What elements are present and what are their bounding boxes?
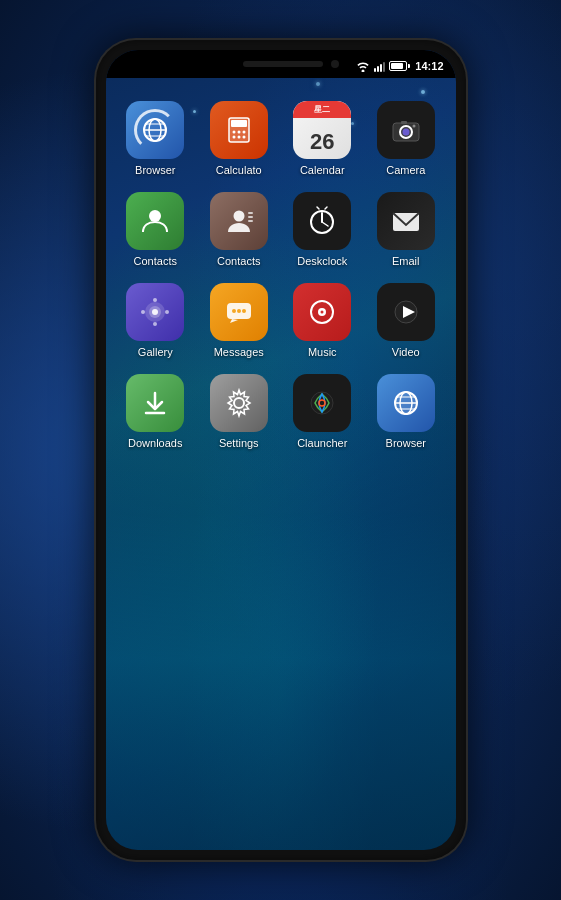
svg-point-8 bbox=[237, 131, 240, 134]
calendar-icon: 星二 26 bbox=[293, 101, 351, 159]
wifi-icon bbox=[356, 61, 370, 72]
email-icon bbox=[377, 192, 435, 250]
calendar-date: 26 bbox=[310, 129, 334, 155]
app-music[interactable]: Music bbox=[283, 279, 363, 362]
svg-point-19 bbox=[233, 211, 244, 222]
app-contacts2[interactable]: Contacts bbox=[199, 188, 279, 271]
svg-point-39 bbox=[242, 309, 246, 313]
status-icons: 14:12 bbox=[356, 60, 443, 72]
app-browser2[interactable]: Browser bbox=[366, 370, 446, 453]
svg-point-37 bbox=[232, 309, 236, 313]
svg-point-1 bbox=[149, 119, 161, 141]
app-grid: Browser Calculato bbox=[106, 82, 456, 468]
messages-label: Messages bbox=[214, 346, 264, 358]
browser1-icon bbox=[126, 101, 184, 159]
downloads-icon bbox=[126, 374, 184, 432]
svg-line-27 bbox=[325, 207, 327, 209]
svg-point-18 bbox=[149, 210, 161, 222]
video-icon bbox=[377, 283, 435, 341]
svg-rect-20 bbox=[248, 212, 253, 214]
svg-point-17 bbox=[412, 125, 415, 128]
app-gallery[interactable]: Gallery bbox=[116, 279, 196, 362]
camera-label: Camera bbox=[386, 164, 425, 176]
clauncher-label: Clauncher bbox=[297, 437, 347, 449]
svg-point-33 bbox=[165, 310, 169, 314]
battery-icon bbox=[389, 61, 407, 71]
svg-point-9 bbox=[242, 131, 245, 134]
calendar-top: 星二 bbox=[293, 101, 351, 118]
contacts2-label: Contacts bbox=[217, 255, 260, 267]
status-bar: 14:12 bbox=[106, 50, 456, 82]
svg-point-0 bbox=[144, 119, 166, 141]
app-video[interactable]: Video bbox=[366, 279, 446, 362]
app-camera[interactable]: Camera bbox=[366, 97, 446, 180]
svg-point-7 bbox=[232, 131, 235, 134]
svg-point-46 bbox=[234, 398, 244, 408]
svg-line-26 bbox=[317, 207, 319, 209]
contacts1-icon bbox=[126, 192, 184, 250]
screen: 14:12 Browser bbox=[106, 50, 456, 850]
browser1-label: Browser bbox=[135, 164, 175, 176]
calculator-label: Calculato bbox=[216, 164, 262, 176]
svg-point-32 bbox=[153, 298, 157, 302]
deskclock-icon bbox=[293, 192, 351, 250]
svg-point-34 bbox=[153, 322, 157, 326]
svg-point-10 bbox=[232, 136, 235, 139]
calendar-label: Calendar bbox=[300, 164, 345, 176]
svg-point-38 bbox=[237, 309, 241, 313]
music-icon bbox=[293, 283, 351, 341]
svg-point-31 bbox=[152, 309, 158, 315]
phone-frame: 14:12 Browser bbox=[96, 40, 466, 860]
svg-point-42 bbox=[321, 311, 324, 314]
app-messages[interactable]: Messages bbox=[199, 279, 279, 362]
clauncher-icon bbox=[293, 374, 351, 432]
svg-point-12 bbox=[242, 136, 245, 139]
signal-icon bbox=[374, 60, 385, 72]
settings-label: Settings bbox=[219, 437, 259, 449]
app-calendar[interactable]: 星二 26 Calendar bbox=[283, 97, 363, 180]
svg-rect-16 bbox=[401, 121, 407, 124]
svg-point-11 bbox=[237, 136, 240, 139]
app-settings[interactable]: Settings bbox=[199, 370, 279, 453]
deskclock-label: Deskclock bbox=[297, 255, 347, 267]
browser2-icon bbox=[377, 374, 435, 432]
calculator-icon bbox=[210, 101, 268, 159]
music-label: Music bbox=[308, 346, 337, 358]
svg-rect-6 bbox=[231, 120, 247, 127]
downloads-label: Downloads bbox=[128, 437, 182, 449]
messages-icon bbox=[210, 283, 268, 341]
svg-line-25 bbox=[322, 222, 328, 226]
svg-point-35 bbox=[141, 310, 145, 314]
svg-rect-21 bbox=[248, 216, 253, 218]
app-calculator[interactable]: Calculato bbox=[199, 97, 279, 180]
camera-icon bbox=[377, 101, 435, 159]
contacts2-icon bbox=[210, 192, 268, 250]
battery-fill bbox=[391, 63, 402, 69]
app-downloads[interactable]: Downloads bbox=[116, 370, 196, 453]
app-contacts1[interactable]: Contacts bbox=[116, 188, 196, 271]
app-email[interactable]: Email bbox=[366, 188, 446, 271]
app-browser1[interactable]: Browser bbox=[116, 97, 196, 180]
contacts1-label: Contacts bbox=[134, 255, 177, 267]
email-label: Email bbox=[392, 255, 420, 267]
status-time: 14:12 bbox=[415, 60, 443, 72]
calendar-day: 星二 bbox=[314, 104, 330, 115]
gallery-label: Gallery bbox=[138, 346, 173, 358]
app-clauncher[interactable]: Clauncher bbox=[283, 370, 363, 453]
settings-icon bbox=[210, 374, 268, 432]
browser2-label: Browser bbox=[386, 437, 426, 449]
svg-rect-22 bbox=[248, 220, 253, 222]
gallery-icon bbox=[126, 283, 184, 341]
app-deskclock[interactable]: Deskclock bbox=[283, 188, 363, 271]
video-label: Video bbox=[392, 346, 420, 358]
svg-point-15 bbox=[402, 129, 409, 136]
